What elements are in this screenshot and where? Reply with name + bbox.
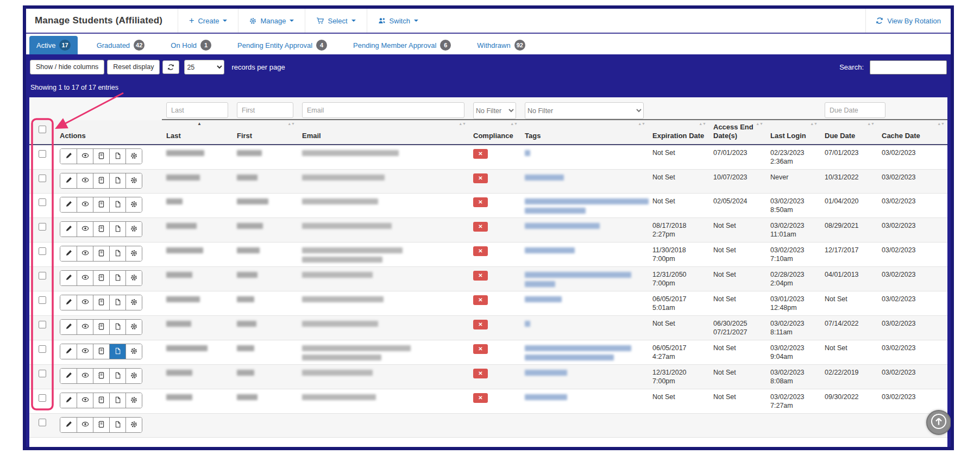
row-checkbox[interactable] (39, 175, 46, 182)
switch-menu-button[interactable]: Switch (367, 9, 429, 33)
action-gear-button[interactable] (125, 418, 142, 432)
redacted-tag-link[interactable] (525, 370, 567, 376)
create-menu-button[interactable]: + Create (178, 9, 238, 33)
action-gear-button[interactable] (125, 369, 142, 383)
action-view-button[interactable] (77, 173, 93, 188)
redacted-tag-link[interactable] (525, 175, 564, 181)
records-per-page-select[interactable]: 25 (184, 60, 224, 74)
action-book-button[interactable] (93, 295, 109, 310)
action-view-button[interactable] (77, 246, 93, 261)
row-checkbox[interactable] (39, 296, 46, 304)
action-view-button[interactable] (77, 418, 93, 432)
redacted-tag-link[interactable] (525, 150, 530, 156)
tags-filter-select[interactable]: No Filter (525, 102, 644, 119)
redacted-tag-link[interactable] (525, 321, 530, 327)
action-gear-button[interactable] (125, 393, 142, 408)
redacted-tag-link[interactable] (525, 223, 600, 229)
row-checkbox[interactable] (39, 370, 46, 377)
action-file-button[interactable] (109, 222, 125, 237)
action-gear-button[interactable] (125, 246, 142, 261)
view-by-rotation-button[interactable]: View By Rotation (865, 9, 951, 33)
redacted-tag-link[interactable] (525, 281, 555, 287)
action-edit-button[interactable] (60, 246, 77, 261)
action-gear-button[interactable] (125, 295, 142, 310)
select-all-checkbox[interactable] (39, 126, 46, 133)
action-edit-button[interactable] (60, 418, 77, 432)
redacted-tag-link[interactable] (525, 247, 575, 253)
action-view-button[interactable] (77, 149, 93, 164)
row-checkbox[interactable] (39, 345, 46, 353)
action-book-button[interactable] (93, 418, 109, 432)
column-header-last[interactable]: Last▲ (162, 120, 233, 144)
action-book-button[interactable] (93, 222, 109, 237)
action-edit-button[interactable] (60, 271, 77, 285)
row-checkbox[interactable] (39, 247, 46, 255)
column-header-expiration-date[interactable]: Expiration Date▲▼ (648, 120, 709, 144)
action-file-button[interactable] (109, 344, 125, 359)
manage-menu-button[interactable]: Manage (238, 9, 305, 33)
action-gear-button[interactable] (125, 344, 142, 359)
action-edit-button[interactable] (60, 369, 77, 383)
row-checkbox[interactable] (39, 419, 46, 426)
action-book-button[interactable] (93, 149, 109, 164)
column-header-first[interactable]: First▲▼ (233, 120, 298, 144)
row-checkbox[interactable] (39, 223, 46, 231)
first-name-filter-input[interactable] (237, 102, 293, 118)
action-book-button[interactable] (93, 369, 109, 383)
action-file-button[interactable] (109, 393, 125, 408)
column-header-email[interactable]: Email▲▼ (298, 120, 469, 144)
row-checkbox[interactable] (39, 272, 46, 279)
tab-pending-member-approval[interactable]: Pending Member Approval6 (346, 36, 458, 54)
action-file-button[interactable] (109, 369, 125, 383)
email-filter-input[interactable] (302, 102, 464, 118)
action-file-button[interactable] (109, 246, 125, 261)
action-file-button[interactable] (109, 149, 125, 164)
action-book-button[interactable] (93, 197, 109, 212)
redacted-tag-link[interactable] (525, 355, 614, 360)
action-file-button[interactable] (109, 320, 125, 334)
column-header-cache-date[interactable]: Cache Date▲▼ (877, 120, 947, 144)
action-gear-button[interactable] (125, 173, 142, 188)
action-book-button[interactable] (93, 271, 109, 285)
action-gear-button[interactable] (125, 197, 142, 212)
action-file-button[interactable] (109, 295, 125, 310)
action-edit-button[interactable] (60, 344, 77, 359)
action-file-button[interactable] (109, 173, 125, 188)
redacted-tag-link[interactable] (525, 296, 562, 302)
column-header-compliance[interactable]: Compliance▲▼ (469, 120, 520, 144)
action-file-button[interactable] (109, 197, 125, 212)
action-view-button[interactable] (77, 271, 93, 285)
action-gear-button[interactable] (125, 222, 142, 237)
action-file-button[interactable] (109, 418, 125, 432)
compliance-filter-select[interactable]: No Filter (473, 102, 516, 119)
column-header-tags[interactable]: Tags▲▼ (520, 120, 648, 144)
redacted-tag-link[interactable] (525, 345, 631, 351)
column-header-last-login[interactable]: Last Login▲▼ (766, 120, 820, 144)
row-checkbox[interactable] (39, 321, 46, 328)
refresh-table-button[interactable] (162, 60, 179, 74)
action-file-button[interactable] (109, 271, 125, 285)
action-edit-button[interactable] (60, 149, 77, 164)
row-checkbox[interactable] (39, 150, 46, 158)
select-menu-button[interactable]: Select (305, 9, 366, 33)
action-book-button[interactable] (93, 320, 109, 334)
column-header-due-date[interactable]: Due Date▲▼ (820, 120, 877, 144)
action-book-button[interactable] (93, 393, 109, 408)
show-hide-columns-button[interactable]: Show / hide columns (30, 60, 104, 74)
action-gear-button[interactable] (125, 149, 142, 164)
action-book-button[interactable] (93, 344, 109, 359)
column-header-access-end-dates[interactable]: Access End Date(s)▲▼ (709, 120, 766, 144)
action-edit-button[interactable] (60, 197, 77, 212)
tab-withdrawn[interactable]: Withdrawn92 (470, 36, 532, 54)
due-date-filter-input[interactable] (825, 102, 885, 118)
action-edit-button[interactable] (60, 320, 77, 334)
action-edit-button[interactable] (60, 173, 77, 188)
redacted-tag-link[interactable] (525, 198, 649, 204)
action-view-button[interactable] (77, 393, 93, 408)
action-view-button[interactable] (77, 344, 93, 359)
tab-pending-entity-approval[interactable]: Pending Entity Approval4 (230, 36, 334, 54)
redacted-tag-link[interactable] (525, 272, 631, 278)
action-gear-button[interactable] (125, 320, 142, 334)
row-checkbox[interactable] (39, 198, 46, 206)
tab-active[interactable]: Active17 (29, 36, 78, 54)
